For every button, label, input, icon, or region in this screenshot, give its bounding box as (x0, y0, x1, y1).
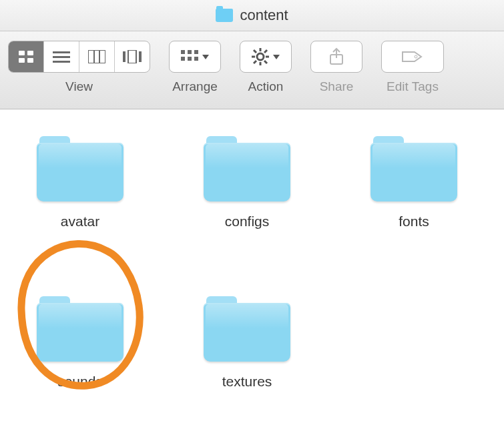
content-area: avatar configs fonts sounds textures (0, 109, 504, 416)
folder-label: sounds (57, 374, 103, 390)
svg-line-25 (264, 61, 267, 63)
columns-icon (88, 50, 105, 63)
edit-tags-group: Edit Tags (381, 41, 444, 94)
folder-icon (37, 136, 123, 201)
share-group: Share (310, 41, 362, 94)
svg-rect-14 (188, 50, 192, 54)
chevron-down-icon (273, 55, 280, 59)
svg-rect-4 (53, 51, 70, 53)
svg-line-26 (264, 50, 267, 53)
svg-rect-15 (194, 50, 198, 54)
folder-label: textures (222, 374, 272, 390)
folder-icon (370, 136, 457, 201)
folder-item-textures[interactable]: textures (200, 296, 294, 390)
view-list-button[interactable] (44, 41, 79, 72)
svg-point-19 (257, 53, 264, 60)
folder-label: configs (225, 213, 270, 230)
folder-icon (216, 9, 233, 22)
arrange-group: Arrange (169, 41, 221, 94)
share-label: Share (320, 79, 354, 94)
svg-rect-6 (53, 61, 70, 63)
svg-line-27 (254, 61, 256, 63)
share-icon (328, 47, 344, 66)
coverflow-icon (123, 50, 142, 63)
folder-item-sounds[interactable]: sounds (33, 296, 127, 390)
view-label: View (65, 79, 93, 94)
svg-rect-5 (53, 56, 70, 58)
svg-line-24 (254, 50, 256, 53)
action-label: Action (248, 79, 284, 94)
action-group: Action (240, 41, 292, 94)
folder-label: avatar (61, 213, 99, 230)
folder-icon (204, 136, 290, 201)
folder-grid: avatar configs fonts sounds textures (33, 136, 471, 390)
svg-rect-18 (194, 57, 198, 61)
gear-icon (252, 48, 269, 65)
svg-rect-12 (139, 51, 142, 62)
svg-rect-7 (88, 50, 105, 63)
view-segmented-control (8, 41, 150, 73)
view-icons-button[interactable] (9, 41, 44, 72)
window-titlebar: content (0, 0, 504, 31)
folder-icon (37, 296, 123, 362)
folder-item-avatar[interactable]: avatar (33, 136, 127, 230)
share-button[interactable] (310, 41, 362, 73)
svg-rect-13 (181, 50, 185, 54)
edit-tags-label: Edit Tags (387, 79, 439, 94)
arrange-icon (181, 50, 198, 63)
folder-item-fonts[interactable]: fonts (367, 136, 461, 230)
toolbar: View Arrange (0, 31, 504, 109)
svg-rect-17 (188, 57, 192, 61)
chevron-down-icon (202, 55, 209, 59)
grid-icon (18, 50, 34, 63)
svg-rect-2 (19, 58, 25, 63)
svg-point-30 (415, 55, 417, 58)
arrange-label: Arrange (172, 79, 218, 94)
view-coverflow-button[interactable] (115, 41, 150, 72)
folder-label: fonts (399, 213, 429, 230)
arrange-button[interactable] (169, 41, 221, 73)
folder-icon (204, 296, 290, 362)
svg-rect-16 (181, 57, 185, 61)
svg-rect-10 (123, 51, 125, 62)
svg-rect-3 (27, 58, 33, 63)
svg-rect-11 (128, 50, 136, 63)
view-columns-button[interactable] (79, 41, 115, 72)
action-button[interactable] (240, 41, 292, 73)
edit-tags-button[interactable] (381, 41, 444, 73)
list-icon (53, 51, 70, 63)
window-title: content (240, 7, 288, 24)
svg-rect-1 (27, 51, 33, 55)
svg-rect-0 (19, 51, 25, 55)
tag-icon (401, 49, 424, 64)
folder-item-configs[interactable]: configs (200, 136, 294, 230)
view-group: View (8, 41, 150, 94)
